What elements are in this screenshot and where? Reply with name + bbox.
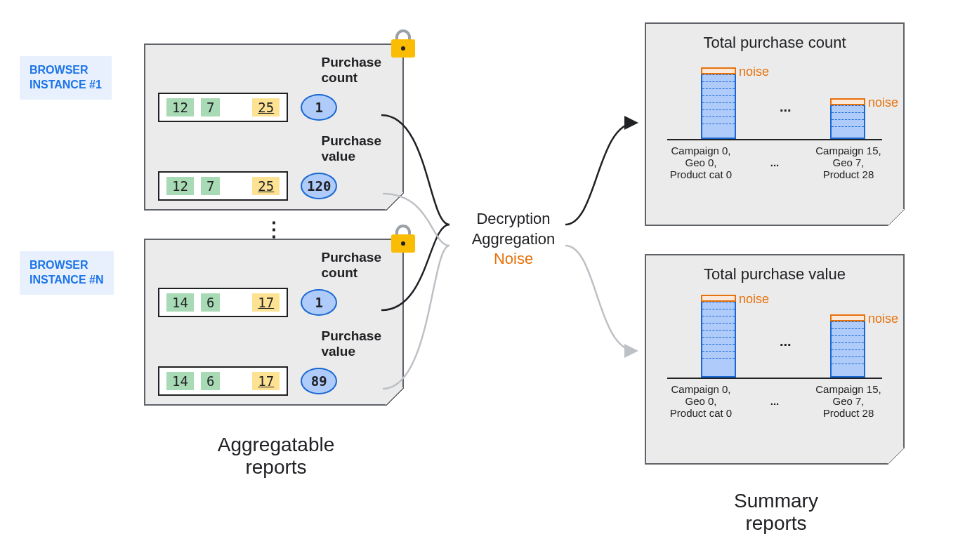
key-segment: 25 bbox=[252, 98, 280, 116]
noise-label: noise bbox=[739, 292, 769, 307]
metric-label-value: Purchasevalue bbox=[321, 328, 381, 359]
process-label: Decryption Aggregation Noise bbox=[461, 209, 566, 269]
bar-chart-value: noise ... noise bbox=[667, 288, 882, 379]
value-bubble-value: 120 bbox=[301, 173, 337, 199]
key-segment: 14 bbox=[166, 372, 194, 390]
horizontal-ellipsis-icon: ... bbox=[780, 99, 792, 115]
lock-icon bbox=[391, 29, 415, 58]
key-tuple: 12 7 25 bbox=[158, 171, 288, 201]
chart-title: Total purchase value bbox=[659, 265, 891, 284]
browser-instance-label-n: BROWSERINSTANCE #N bbox=[20, 251, 114, 295]
key-segment: 7 bbox=[201, 98, 220, 116]
noise-label: noise bbox=[868, 95, 898, 110]
process-aggregation: Aggregation bbox=[461, 229, 566, 250]
axis-labels: Campaign 0,Geo 0,Product cat 0 ... Campa… bbox=[659, 145, 891, 180]
key-segment: 7 bbox=[201, 177, 220, 195]
vertical-ellipsis-icon: ⋮ bbox=[264, 218, 285, 241]
axis-labels: Campaign 0,Geo 0,Product cat 0 ... Campa… bbox=[659, 383, 891, 419]
horizontal-ellipsis-icon: ... bbox=[770, 156, 780, 168]
metric-label-count: Purchasecount bbox=[321, 250, 381, 281]
chart-title: Total purchase count bbox=[659, 34, 891, 52]
key-segment: 25 bbox=[252, 177, 280, 195]
lock-icon bbox=[391, 225, 415, 253]
key-segment: 14 bbox=[166, 293, 194, 312]
key-segment: 17 bbox=[252, 293, 280, 312]
key-tuple: 12 7 25 bbox=[158, 93, 288, 122]
horizontal-ellipsis-icon: ... bbox=[780, 333, 792, 349]
noise-label: noise bbox=[868, 312, 898, 326]
key-segment: 12 bbox=[166, 98, 194, 116]
value-bubble-count: 1 bbox=[301, 94, 337, 121]
aggregatable-report-1: Purchasecount 12 7 25 1 Purchasevalue 12… bbox=[144, 44, 404, 211]
key-tuple: 14 6 17 bbox=[158, 366, 288, 396]
summary-report-value: Total purchase value noise ... noise Cam… bbox=[645, 254, 905, 465]
process-decryption: Decryption bbox=[461, 209, 566, 229]
value-bubble-value: 89 bbox=[301, 368, 337, 394]
axis-tick-left: Campaign 0,Geo 0,Product cat 0 bbox=[659, 145, 743, 180]
summary-report-count: Total purchase count noise ... noise Cam… bbox=[645, 22, 905, 226]
axis-tick-left: Campaign 0,Geo 0,Product cat 0 bbox=[659, 383, 743, 419]
axis-tick-right: Campaign 15,Geo 7,Product 28 bbox=[806, 383, 891, 419]
key-segment: 17 bbox=[252, 372, 280, 390]
section-title-summary: Summaryreports bbox=[702, 490, 850, 535]
key-segment: 6 bbox=[201, 293, 220, 312]
noise-label: noise bbox=[739, 65, 769, 79]
horizontal-ellipsis-icon: ... bbox=[770, 395, 780, 407]
key-segment: 6 bbox=[201, 372, 220, 390]
value-bubble-count: 1 bbox=[301, 289, 337, 316]
axis-tick-right: Campaign 15,Geo 7,Product 28 bbox=[806, 145, 891, 180]
browser-instance-label-1: BROWSERINSTANCE #1 bbox=[20, 56, 112, 100]
bar-chart-count: noise ... noise bbox=[667, 56, 882, 140]
key-segment: 12 bbox=[166, 177, 194, 195]
process-noise: Noise bbox=[461, 249, 566, 269]
metric-label-count: Purchasecount bbox=[321, 55, 381, 86]
key-tuple: 14 6 17 bbox=[158, 288, 288, 317]
metric-label-value: Purchasevalue bbox=[321, 133, 381, 164]
aggregatable-report-n: Purchasecount 14 6 17 1 Purchasevalue 14… bbox=[144, 239, 404, 406]
section-title-aggregatable: Aggregatablereports bbox=[188, 434, 364, 479]
